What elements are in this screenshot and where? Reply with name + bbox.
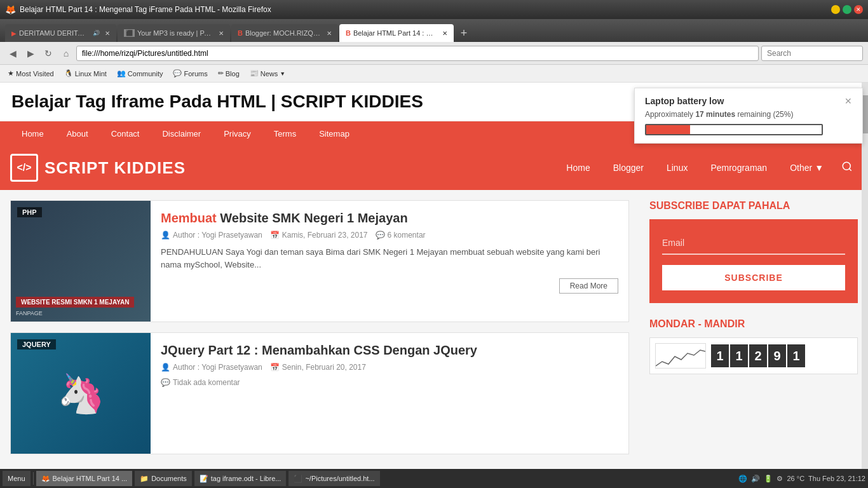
mainnav-blogger[interactable]: Blogger	[603, 158, 654, 178]
bookmark-most-visited[interactable]: ★ Most Visited	[5, 68, 57, 79]
battery-notif-close-button[interactable]: ✕	[844, 96, 852, 106]
reload-button[interactable]: ↻	[41, 46, 56, 61]
forward-button[interactable]: ▶	[23, 46, 38, 61]
subscribe-title: SUBSCRIBE DAPAT PAHALA	[649, 200, 858, 212]
post-meta-2: 👤 Author : Yogi Prasetyawan 📅 Senin, Feb…	[161, 363, 618, 372]
sidebar: SUBSCRIBE DAPAT PAHALA SUBSCRIBE MONDAR …	[639, 190, 868, 475]
mainnav-home[interactable]: Home	[556, 158, 600, 178]
post-title-rest: Website SMK Negeri 1 Mejayan	[217, 211, 408, 225]
subscribe-button[interactable]: SUBSCRIBE	[662, 265, 845, 290]
tab-close-icon[interactable]: ✕	[105, 30, 110, 37]
battery-level	[646, 125, 690, 134]
taskbar-app-documents[interactable]: 📁 Documents	[135, 471, 192, 486]
tab-deritamu[interactable]: ▶ DERITAMU DERITAK... 🔊 ✕	[5, 24, 116, 42]
tab-close-icon[interactable]: ✕	[327, 30, 332, 37]
post-badge-1: PHP	[17, 207, 42, 217]
logo-text: SCRIPT KIDDIES	[44, 158, 186, 178]
close-button[interactable]: ✕	[854, 5, 863, 14]
post-comments-1: 💬 6 komentar	[376, 231, 426, 240]
mainnav-other-dropdown[interactable]: Other ▼	[780, 158, 834, 178]
post-thumbnail-1: WEBSITE RESMI SMKN 1 MEJAYAN FANPAGE PHP	[11, 201, 151, 322]
bookmark-blog[interactable]: ✏ Blog	[215, 68, 242, 79]
home-button[interactable]: ⌂	[58, 46, 74, 61]
svg-line-4	[849, 168, 851, 170]
email-input[interactable]	[662, 232, 845, 255]
community-icon: 👥	[117, 69, 126, 78]
firefox-icon: 🦊	[41, 475, 50, 483]
url-bar[interactable]	[76, 46, 759, 61]
post-author-1: 👤 Author : Yogi Prasetyawan	[161, 231, 262, 240]
digit-2: 1	[730, 344, 748, 367]
browser-tabs: ▶ DERITAMU DERITAK... 🔊 ✕ ⬛ Your MP3 is …	[0, 19, 868, 42]
temperature: 26 °C	[787, 475, 804, 482]
taskbar: Menu 🦊 Belajar HTML Part 14 ... 📁 Docume…	[0, 469, 868, 488]
mainnav-linux[interactable]: Linux	[656, 158, 698, 178]
minimize-button[interactable]	[831, 5, 840, 14]
document-icon: 📝	[200, 475, 208, 483]
tab-audio-icon: 🔊	[93, 30, 100, 36]
mondar-title: MONDAR - MANDIR	[649, 318, 858, 330]
calendar-icon: 📅	[270, 231, 280, 240]
taskbar-menu-button[interactable]: Menu	[3, 471, 31, 486]
clock: Thu Feb 23, 21:12	[808, 475, 865, 482]
bookmark-linux-mint[interactable]: 🐧 Linux Mint	[62, 68, 109, 79]
mainnav-pemrograman[interactable]: Pemrograman	[700, 158, 777, 178]
post-content-1: Membuat Website SMK Negeri 1 Mejayan 👤 A…	[151, 201, 628, 322]
taskbar-app-libreoffice[interactable]: 📝 tag iframe.odt - Libre...	[194, 471, 287, 486]
battery-notification: Laptop battery low ✕ Approximately 17 mi…	[634, 88, 863, 144]
news-icon: 📰	[250, 69, 259, 78]
tab-belajar-html[interactable]: B Belajar HTML Part 14 : Meng... ✕	[339, 24, 454, 42]
taskbar-app-firefox[interactable]: 🦊 Belajar HTML Part 14 ...	[36, 471, 133, 486]
logo-icon: </>	[10, 154, 38, 182]
search-button[interactable]	[836, 156, 858, 180]
new-tab-button[interactable]: +	[455, 24, 473, 42]
read-more-button-1[interactable]: Read More	[559, 278, 618, 294]
user-icon: 👤	[161, 231, 170, 240]
topnav-sitemap[interactable]: Sitemap	[308, 121, 361, 146]
topnav-home[interactable]: Home	[10, 121, 55, 146]
tab-blogger[interactable]: B Blogger: MOCH.RIZQI_SU... ✕	[231, 24, 338, 42]
subscribe-box: SUBSCRIBE	[649, 219, 858, 303]
post-title-1: Membuat Website SMK Negeri 1 Mejayan	[161, 211, 618, 226]
comment-icon: 💬	[376, 231, 385, 240]
post-card-2: 🦄 JQUERY JQuery Part 12 : Menambahkan CS…	[10, 332, 629, 454]
taskbar-app-terminal[interactable]: ⬛ ~/Pictures/untitled.ht...	[288, 471, 379, 486]
digit-5: 1	[787, 344, 805, 367]
topnav-privacy[interactable]: Privacy	[212, 121, 262, 146]
topnav-about[interactable]: About	[55, 121, 100, 146]
browser-window: 🦊 Belajar HTML Part 14 : Mengenal Tag iF…	[0, 0, 868, 488]
bookmark-community[interactable]: 👥 Community	[114, 68, 166, 79]
post-thumbnail-2: 🦄 JQUERY	[11, 333, 151, 454]
post-badge-2: JQUERY	[17, 339, 56, 349]
tab-mp3[interactable]: ⬛ Your MP3 is ready | PAY... ✕	[118, 24, 230, 42]
tab-close-icon[interactable]: ✕	[442, 30, 447, 37]
tab-icon: B	[238, 29, 243, 37]
battery-notif-title: Laptop battery low	[645, 96, 724, 106]
main-nav: Home Blogger Linux Pemrograman Other ▼	[556, 156, 858, 180]
bookmark-news[interactable]: 📰 News ▼	[247, 68, 288, 79]
star-icon: ★	[8, 69, 14, 78]
back-button[interactable]: ◀	[5, 46, 20, 61]
post-date-2: 📅 Senin, Februari 20, 2017	[270, 363, 366, 372]
digit-4: 9	[768, 344, 786, 367]
maximize-button[interactable]	[843, 5, 851, 14]
bookmark-forums[interactable]: 💬 Forums	[170, 68, 210, 79]
post-title-2: JQuery Part 12 : Menambahkan CSS Dengan …	[161, 343, 618, 358]
post-content-2: JQuery Part 12 : Menambahkan CSS Dengan …	[151, 333, 628, 454]
post-comments-2: 💬 Tidak ada komentar	[161, 378, 240, 387]
browser-navbar: ◀ ▶ ↻ ⌂	[0, 42, 868, 65]
post-card-1: WEBSITE RESMI SMKN 1 MEJAYAN FANPAGE PHP…	[10, 200, 629, 322]
topnav-terms[interactable]: Terms	[262, 121, 308, 146]
taskbar-separator	[33, 472, 34, 485]
tab-icon: ▶	[11, 30, 17, 37]
forums-icon: 💬	[173, 69, 182, 78]
battery-time: 17 minutes	[695, 110, 735, 119]
svg-point-3	[843, 162, 850, 170]
tab-close-icon[interactable]: ✕	[219, 30, 224, 37]
post-meta-1: 👤 Author : Yogi Prasetyawan 📅 Kamis, Feb…	[161, 231, 618, 240]
bookmarks-bar: ★ Most Visited 🐧 Linux Mint 👥 Community …	[0, 65, 868, 83]
battery-icon: 🔋	[764, 475, 773, 483]
topnav-disclaimer[interactable]: Disclaimer	[151, 121, 212, 146]
search-bar[interactable]	[761, 46, 863, 61]
topnav-contact[interactable]: Contact	[100, 121, 151, 146]
